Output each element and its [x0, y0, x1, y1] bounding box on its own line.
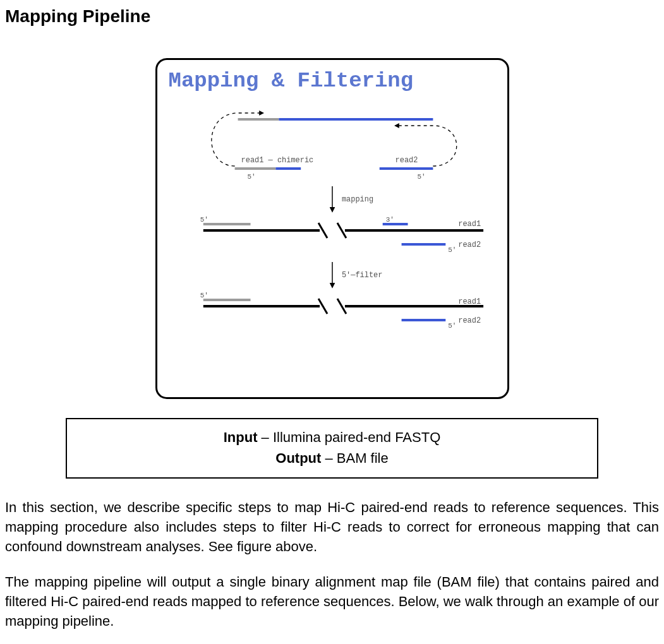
- svg-text:5'—filter: 5'—filter: [341, 271, 382, 280]
- paragraph-1: In this section, we describe specific st…: [5, 498, 659, 557]
- svg-line-8: [318, 223, 327, 238]
- svg-text:5': 5': [200, 216, 208, 224]
- svg-text:read2: read2: [395, 156, 418, 165]
- figure-container: Mapping & Filtering: [5, 58, 659, 399]
- paragraph-2: The mapping pipeline will output a singl…: [5, 572, 659, 631]
- svg-text:5': 5': [417, 173, 425, 181]
- svg-line-9: [337, 223, 346, 238]
- svg-text:5': 5': [200, 292, 208, 299]
- io-input-line: Input – Illumina paired-end FASTQ: [73, 427, 591, 448]
- svg-line-17: [337, 299, 346, 314]
- svg-line-16: [318, 299, 327, 314]
- io-input-label: Input: [224, 429, 258, 445]
- svg-text:5': 5': [247, 173, 255, 181]
- svg-text:5': 5': [448, 322, 456, 330]
- io-output-line: Output – BAM file: [73, 448, 591, 468]
- svg-text:read1: read1: [458, 220, 481, 229]
- io-output-value: – BAM file: [321, 450, 388, 466]
- svg-text:3': 3': [385, 216, 394, 224]
- svg-text:read2: read2: [458, 241, 481, 249]
- io-output-label: Output: [275, 450, 321, 466]
- mapping-diagram: read1 — chimeric read2 5' 5' mapping 5' …: [169, 98, 496, 376]
- svg-text:5': 5': [448, 246, 456, 254]
- svg-text:read2: read2: [458, 316, 481, 325]
- io-input-value: – Illumina paired-end FASTQ: [257, 429, 440, 445]
- figure-box: Mapping & Filtering: [155, 58, 509, 399]
- page-title: Mapping Pipeline: [5, 6, 659, 27]
- figure-heading: Mapping & Filtering: [169, 69, 496, 93]
- svg-text:read1: read1: [458, 297, 481, 306]
- io-box: Input – Illumina paired-end FASTQ Output…: [66, 418, 598, 479]
- svg-text:read1 — chimeric: read1 — chimeric: [241, 156, 313, 165]
- svg-text:mapping: mapping: [341, 195, 373, 204]
